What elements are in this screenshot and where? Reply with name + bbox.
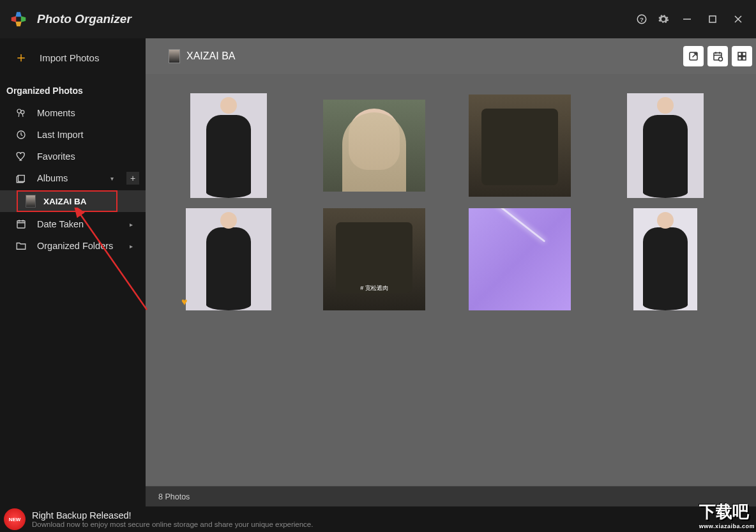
header-thumb-icon xyxy=(169,49,180,63)
maximize-button[interactable] xyxy=(700,9,725,29)
title-bar: Photo Organizer ? xyxy=(0,0,756,38)
sidebar-item-label: Organized Folders xyxy=(37,241,113,251)
photo-count: 8 Photos xyxy=(158,492,190,501)
photo-item[interactable] xyxy=(469,207,571,312)
photo-item[interactable]: ♥ xyxy=(178,207,280,312)
import-photos-button[interactable]: ＋ Import Photos xyxy=(0,38,146,77)
settings-button[interactable] xyxy=(653,8,674,30)
photo-grid: ♥ # 宽松遮肉 xyxy=(178,93,724,312)
svg-rect-17 xyxy=(743,57,746,60)
photo-item[interactable] xyxy=(469,93,571,198)
sidebar-item-last-import[interactable]: Last Import xyxy=(0,124,146,146)
chevron-right-icon: ▸ xyxy=(130,221,133,228)
sidebar-item-label: Date Taken xyxy=(37,219,84,229)
page-title: XAIZAI BA xyxy=(186,50,235,62)
grid-view-button[interactable] xyxy=(732,46,752,66)
sidebar-item-date-taken[interactable]: Date Taken ▸ xyxy=(0,213,146,235)
photo-item[interactable] xyxy=(323,93,425,198)
photo-item[interactable] xyxy=(614,207,716,312)
sidebar-item-label: Moments xyxy=(37,108,75,118)
promo-banner[interactable]: NEW Right Backup Released! Download now … xyxy=(0,506,756,532)
calendar-view-button[interactable] xyxy=(707,46,728,66)
sidebar-item-label: Albums xyxy=(37,173,68,183)
promo-title: Right Backup Released! xyxy=(32,510,313,521)
photo-item[interactable]: # 宽松遮肉 xyxy=(323,207,425,312)
main-content: XAIZAI BA ♥ # 宽松遮肉 xyxy=(146,38,756,506)
app-logo-icon xyxy=(9,10,28,29)
help-button[interactable]: ? xyxy=(631,8,653,30)
app-title: Photo Organizer xyxy=(37,12,132,26)
chevron-right-icon: ▸ xyxy=(130,243,133,250)
photo-grid-area: ♥ # 宽松遮肉 xyxy=(146,74,756,486)
calendar-icon xyxy=(14,217,28,231)
svg-text:?: ? xyxy=(640,16,644,23)
svg-rect-10 xyxy=(17,221,25,228)
album-item-selected[interactable]: XAIZAI BA xyxy=(0,190,146,212)
import-label: Import Photos xyxy=(40,52,99,63)
svg-rect-14 xyxy=(738,52,741,56)
svg-rect-9 xyxy=(19,176,25,182)
svg-rect-15 xyxy=(743,52,746,56)
folder-icon xyxy=(14,239,28,253)
plus-icon: ＋ xyxy=(14,48,28,67)
promo-subtitle: Download now to enjoy most secure online… xyxy=(32,521,313,528)
favorite-icon: ♥ xyxy=(181,296,188,308)
sidebar-item-favorites[interactable]: Favorites xyxy=(0,146,146,167)
svg-rect-16 xyxy=(738,57,741,60)
photo-item[interactable] xyxy=(178,93,280,198)
close-button[interactable] xyxy=(725,9,751,29)
sidebar-item-label: Last Import xyxy=(37,130,84,140)
balloons-icon xyxy=(14,106,28,120)
content-header: XAIZAI BA xyxy=(146,38,756,74)
photo-item[interactable] xyxy=(614,93,716,198)
new-badge-icon: NEW xyxy=(4,508,26,530)
chevron-down-icon: ▾ xyxy=(110,175,114,182)
sidebar-item-moments[interactable]: Moments xyxy=(0,102,146,124)
status-bar: 8 Photos xyxy=(146,486,756,506)
export-button[interactable] xyxy=(683,46,704,66)
svg-rect-3 xyxy=(709,16,716,22)
photo-caption: # 宽松遮肉 xyxy=(323,284,425,293)
clock-icon xyxy=(14,128,28,142)
svg-point-13 xyxy=(719,57,723,61)
sidebar-item-albums[interactable]: Albums ▾ + xyxy=(0,167,146,189)
section-header: Organized Photos xyxy=(0,77,146,102)
heart-icon xyxy=(14,149,28,163)
sidebar-item-organized-folders[interactable]: Organized Folders ▸ xyxy=(0,235,146,257)
svg-point-7 xyxy=(21,110,24,114)
album-item-label: XAIZAI BA xyxy=(43,197,87,206)
minimize-button[interactable] xyxy=(674,9,700,29)
sidebar: ＋ Import Photos Organized Photos Moments… xyxy=(0,38,146,506)
add-album-button[interactable]: + xyxy=(126,172,139,185)
album-thumb-icon xyxy=(26,195,36,208)
sidebar-item-label: Favorites xyxy=(37,151,75,162)
album-icon xyxy=(14,171,28,185)
